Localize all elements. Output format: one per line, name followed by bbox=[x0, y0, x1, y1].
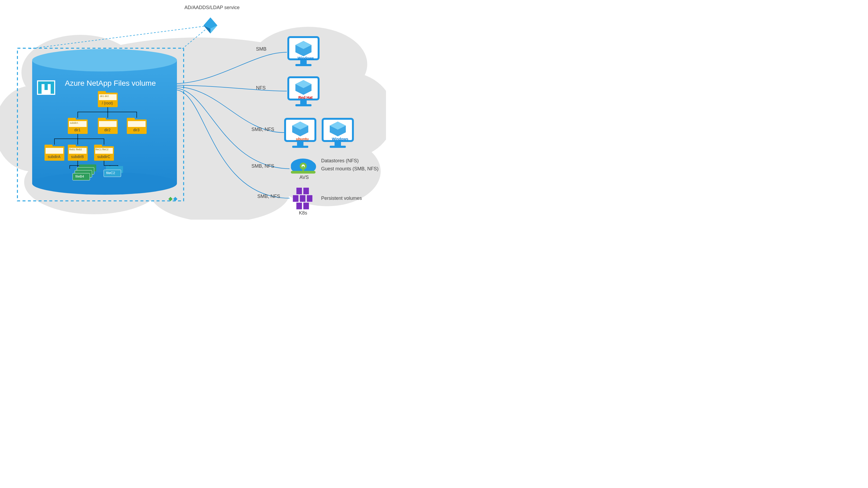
svg-rect-84 bbox=[307, 195, 313, 202]
svg-rect-52 bbox=[296, 64, 311, 66]
svg-rect-57 bbox=[300, 100, 307, 104]
svg-rect-80 bbox=[296, 188, 302, 194]
client-windows-label: Windows bbox=[298, 56, 314, 60]
svg-rect-81 bbox=[303, 188, 309, 194]
label-datastores: Datastores (NFS) bbox=[321, 158, 359, 164]
svg-rect-86 bbox=[303, 202, 309, 209]
svg-rect-79 bbox=[302, 166, 304, 172]
clients-layer bbox=[0, 0, 386, 220]
client-redhat-label: Red Hat bbox=[298, 95, 313, 100]
svg-rect-64 bbox=[292, 146, 308, 148]
label-guestmounts: Guest mounts (SMB, NFS) bbox=[321, 166, 378, 172]
client-redhat bbox=[287, 76, 319, 106]
svg-rect-70 bbox=[330, 146, 346, 148]
avs-icon bbox=[291, 159, 316, 173]
client-ubuntu bbox=[284, 118, 316, 148]
client-windows2 bbox=[322, 118, 354, 148]
avs-label: AVS bbox=[300, 175, 309, 180]
svg-rect-82 bbox=[293, 195, 299, 202]
client-windows bbox=[287, 36, 319, 66]
client-windows2-label: Windows bbox=[332, 137, 348, 141]
k8s-icon bbox=[293, 188, 313, 209]
label-pv: Persistent volumes bbox=[321, 196, 362, 201]
svg-rect-85 bbox=[296, 202, 302, 209]
svg-rect-83 bbox=[300, 195, 306, 202]
svg-rect-58 bbox=[296, 104, 311, 106]
svg-rect-69 bbox=[335, 142, 341, 146]
svg-rect-51 bbox=[300, 60, 307, 64]
client-ubuntu-label: ubuntu bbox=[296, 137, 309, 141]
k8s-label: K8s bbox=[299, 210, 307, 216]
svg-rect-63 bbox=[297, 142, 304, 146]
